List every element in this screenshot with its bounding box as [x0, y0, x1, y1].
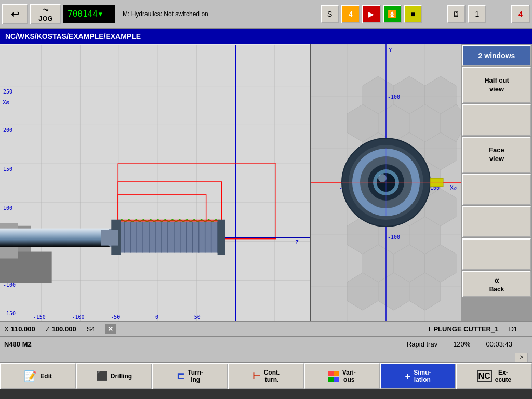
- drilling-label: Drilling: [111, 373, 132, 380]
- svg-rect-62: [101, 230, 118, 246]
- time-value: 00:03:43: [486, 340, 512, 348]
- jog-button[interactable]: ⏦ JOG: [30, 4, 61, 24]
- n-line-bar: N480 M2 Rapid trav 120% 00:03:43: [0, 337, 532, 352]
- jog-icon: ⏦: [43, 5, 48, 15]
- feed-display: 700144 ▼: [63, 5, 115, 23]
- left-sim-canvas: Z X∅ 250 200 150 100 50 0 -50 -100 -150 …: [0, 44, 310, 321]
- svg-text:-100: -100: [388, 94, 400, 100]
- svg-text:-50: -50: [111, 314, 120, 320]
- turning-icon: ⊏: [177, 370, 184, 382]
- simulation-btn[interactable]: + Simu- lation: [380, 363, 456, 389]
- svg-text:X∅: X∅: [450, 184, 457, 191]
- path-bar: NC/WKS/KOSTAS/EXAMPLE/EXAMPLE: [0, 29, 532, 44]
- z-value: 100.000: [52, 325, 76, 333]
- simulation-label: Simu- lation: [414, 369, 431, 384]
- vari-ous-icon: [328, 371, 339, 382]
- icon-yellow[interactable]: ■: [404, 5, 422, 23]
- svg-text:50: 50: [194, 314, 201, 320]
- svg-text:-100: -100: [3, 282, 16, 288]
- feed-arrow: ▼: [99, 10, 102, 18]
- back-arrow-btn[interactable]: ↩: [2, 4, 28, 24]
- back-label: Back: [489, 286, 504, 293]
- two-windows-btn[interactable]: 2 windows: [462, 45, 531, 66]
- nav-arrow-btn[interactable]: >: [515, 353, 528, 362]
- simulation-icon: +: [405, 371, 411, 382]
- empty-btn-4[interactable]: [462, 238, 531, 270]
- status-bar: X 110.000 Z 100.000 S4 ✕ T PLUNGE CUTTER…: [0, 321, 532, 337]
- svg-text:250: 250: [3, 89, 12, 95]
- svg-text:Y: Y: [389, 47, 392, 54]
- turning-label: Turn- ing: [188, 369, 203, 384]
- s4-label: S4: [87, 325, 95, 333]
- face-view-label: Face view: [489, 146, 504, 164]
- drilling-btn[interactable]: ⬛ Drilling: [76, 363, 152, 389]
- empty-btn-2[interactable]: [462, 174, 531, 205]
- back-btn[interactable]: « Back: [462, 271, 531, 297]
- d-label: D1: [509, 325, 517, 333]
- empty-btn-3[interactable]: [462, 206, 531, 237]
- face-view-btn[interactable]: Face view: [462, 137, 531, 173]
- svg-text:-150: -150: [33, 314, 46, 320]
- svg-rect-59: [118, 220, 220, 222]
- vari-ous-label: Vari- ous: [342, 369, 356, 384]
- cont-turn-icon: ⊢: [252, 370, 261, 382]
- svg-text:X∅: X∅: [3, 99, 10, 106]
- main-content: Z X∅ 250 200 150 100 50 0 -50 -100 -150 …: [0, 44, 532, 321]
- empty-btn-1[interactable]: [462, 104, 531, 136]
- drilling-icon: ⬛: [96, 370, 108, 382]
- t-value: PLUNGE CUTTER_1: [433, 325, 498, 333]
- svg-text:150: 150: [3, 166, 12, 172]
- icon-monitor[interactable]: 🖥: [447, 5, 466, 23]
- sim-right-panel: X∅ Y -100 -50 0 -50 -100 -50 0 50 100: [311, 44, 461, 321]
- svg-point-117: [378, 174, 387, 182]
- x-value: 110.000: [11, 325, 35, 333]
- right-sim-canvas: X∅ Y -100 -50 0 -50 -100 -50 0 50 100: [311, 44, 461, 321]
- status-message: M: Hydraulics: Not switched on: [117, 10, 214, 18]
- z-label: Z: [46, 325, 50, 333]
- svg-text:200: 200: [3, 127, 12, 133]
- svg-rect-39: [0, 229, 111, 247]
- icon-num4[interactable]: 4: [341, 5, 360, 23]
- svg-text:-100: -100: [388, 234, 400, 240]
- rapid-label: Rapid trav: [407, 340, 437, 348]
- half-cut-view-label: Half cut view: [484, 76, 509, 94]
- execute-icon: NC: [477, 370, 492, 382]
- x-icon: ✕: [105, 324, 116, 334]
- svg-text:-150: -150: [3, 311, 16, 316]
- vari-ous-btn[interactable]: Vari- ous: [304, 363, 380, 389]
- top-toolbar: ↩ ⏦ JOG 700144 ▼ M: Hydraulics: Not swit…: [0, 0, 532, 29]
- n-value: N480 M2: [4, 340, 32, 348]
- sim-left-panel: Z X∅ 250 200 150 100 50 0 -50 -100 -150 …: [0, 44, 311, 321]
- execute-btn[interactable]: NC Ex- ecute: [456, 363, 532, 389]
- icon-red4[interactable]: 4: [511, 5, 530, 23]
- svg-rect-61: [218, 220, 225, 255]
- icon-green[interactable]: ⏫: [383, 5, 402, 23]
- edit-btn[interactable]: 📝 Edit: [0, 363, 76, 389]
- path-text: NC/WKS/KOSTAS/EXAMPLE/EXAMPLE: [5, 32, 141, 41]
- icon-num1[interactable]: 1: [468, 5, 486, 23]
- svg-text:-100: -100: [72, 314, 85, 320]
- back-arrow-icon: ↩: [11, 8, 20, 20]
- percent-value: 120%: [453, 340, 470, 348]
- svg-text:Z: Z: [295, 239, 299, 246]
- t-label: T: [427, 325, 431, 333]
- turning-btn[interactable]: ⊏ Turn- ing: [152, 363, 228, 389]
- icon-red-flag[interactable]: ▶: [362, 5, 381, 23]
- execute-label: Ex- ecute: [495, 369, 511, 384]
- svg-text:0: 0: [155, 314, 158, 320]
- icon-sim[interactable]: S: [321, 5, 339, 23]
- feed-value: 700144: [68, 9, 98, 19]
- edit-label: Edit: [40, 373, 52, 380]
- edit-icon: 📝: [24, 370, 37, 382]
- x-label: X: [4, 325, 9, 333]
- bottom-toolbar: 📝 Edit ⬛ Drilling ⊏ Turn- ing ⊢ Cont. tu…: [0, 363, 532, 389]
- svg-text:100: 100: [3, 205, 12, 211]
- cont-turn-btn[interactable]: ⊢ Cont. turn.: [228, 363, 304, 389]
- jog-label: JOG: [38, 15, 52, 22]
- half-cut-view-btn[interactable]: Half cut view: [462, 67, 531, 103]
- right-sidebar: 2 windows Half cut view Face view « Back: [461, 44, 532, 321]
- cont-turn-label: Cont. turn.: [264, 369, 280, 384]
- nav-bar: >: [0, 352, 532, 363]
